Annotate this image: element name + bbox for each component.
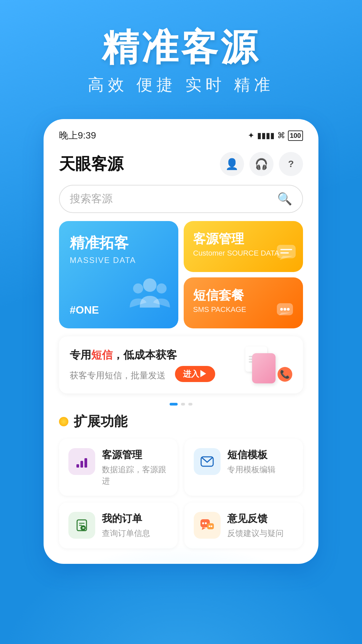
promo-banner[interactable]: 专用短信，低成本获客 获客专用短信，批量发送 进入▶ 📞 bbox=[59, 336, 303, 393]
svg-point-7 bbox=[280, 308, 283, 311]
cards-grid: 精准拓客 MASSIVE DATA #ONE bbox=[59, 221, 303, 328]
svg-point-1 bbox=[133, 283, 143, 293]
bluetooth-icon: ✦ bbox=[248, 131, 254, 140]
svg-point-2 bbox=[157, 283, 167, 293]
profile-icon: 👤 bbox=[225, 158, 239, 170]
sms-chat-icon bbox=[276, 301, 296, 323]
promo-main-text: 专用短信，低成本获客 bbox=[70, 348, 239, 363]
svg-point-22 bbox=[205, 522, 207, 524]
sms-phone-icon bbox=[252, 353, 276, 383]
signal-icon: ▮▮▮▮ bbox=[257, 131, 275, 140]
svg-rect-23 bbox=[207, 523, 214, 529]
card-blue-title: 精准拓客 bbox=[70, 233, 168, 253]
phone-card: 晚上9:39 ✦ ▮▮▮▮ ⌘ 100 天眼客源 👤 🎧 bbox=[44, 119, 318, 564]
search-bar[interactable]: 搜索客源 🔍 bbox=[59, 185, 303, 213]
ext-customer-name: 客源管理 bbox=[102, 448, 168, 462]
help-button[interactable]: ? bbox=[279, 152, 303, 176]
extensions-title: 扩展功能 bbox=[74, 412, 127, 431]
ext-feedback-desc: 反馈建议与疑问 bbox=[227, 528, 294, 539]
app-background: 精准客源 高效 便捷 实时 精准 晚上9:39 ✦ ▮▮▮▮ ⌘ 100 天眼客… bbox=[0, 0, 362, 644]
wifi-icon: ⌘ bbox=[277, 131, 285, 140]
dot-inactive-2 bbox=[188, 403, 192, 406]
ext-customer-text: 客源管理 数据追踪，客源跟进 bbox=[102, 448, 168, 486]
app-title: 天眼客源 bbox=[59, 153, 123, 175]
ext-sms-desc: 专用模板编辑 bbox=[227, 464, 294, 475]
card-precise-customer[interactable]: 精准拓客 MASSIVE DATA #ONE bbox=[59, 221, 178, 328]
carousel-dots bbox=[46, 403, 316, 406]
card-customer-management[interactable]: 客源管理 Customer SOURCE DATA bbox=[184, 221, 303, 272]
ext-sms-text: 短信模板 专用模板编辑 bbox=[227, 448, 294, 475]
svg-point-0 bbox=[143, 278, 157, 292]
status-icons: ✦ ▮▮▮▮ ⌘ 100 bbox=[248, 130, 303, 141]
ext-sms-icon bbox=[194, 448, 221, 475]
ext-customer-icon bbox=[68, 448, 95, 475]
hero-title: 精准客源 bbox=[20, 27, 342, 67]
search-icon[interactable]: 🔍 bbox=[277, 192, 292, 206]
dot-active bbox=[170, 403, 178, 406]
status-bar: 晚上9:39 ✦ ▮▮▮▮ ⌘ 100 bbox=[46, 121, 316, 145]
app-header: 天眼客源 👤 🎧 ? bbox=[46, 145, 316, 181]
header-icons: 👤 🎧 ? bbox=[220, 152, 303, 176]
svg-rect-10 bbox=[76, 464, 79, 468]
ext-feedback-icon bbox=[194, 512, 221, 539]
ext-sms-name: 短信模板 bbox=[227, 448, 294, 462]
svg-point-25 bbox=[211, 526, 213, 527]
promo-enter-button[interactable]: 进入▶ bbox=[175, 366, 215, 382]
extensions-dot bbox=[59, 417, 68, 426]
ext-customer-desc: 数据追踪，客源跟进 bbox=[102, 464, 168, 486]
dot-inactive-1 bbox=[181, 403, 185, 406]
card-blue-subtitle: MASSIVE DATA bbox=[70, 256, 168, 265]
promo-sub-text: 获客专用短信，批量发送 bbox=[70, 370, 166, 381]
extensions-header: 扩展功能 bbox=[59, 412, 303, 431]
ext-feedback-name: 意见反馈 bbox=[227, 512, 294, 526]
svg-point-24 bbox=[209, 526, 210, 527]
svg-rect-11 bbox=[80, 461, 83, 468]
svg-point-8 bbox=[284, 308, 286, 311]
search-placeholder: 搜索客源 bbox=[70, 192, 272, 206]
extensions-section: 扩展功能 客源管理 数据追踪，客源跟进 bbox=[59, 412, 303, 548]
ext-orders-icon bbox=[68, 512, 95, 539]
message-icon bbox=[276, 244, 296, 267]
ext-feedback-text: 意见反馈 反馈建议与疑问 bbox=[227, 512, 294, 539]
profile-button[interactable]: 👤 bbox=[220, 152, 244, 176]
headset-button[interactable]: 🎧 bbox=[249, 152, 274, 176]
promo-text: 专用短信，低成本获客 获客专用短信，批量发送 进入▶ bbox=[70, 348, 239, 382]
status-time: 晚上9:39 bbox=[59, 129, 96, 142]
ext-item-feedback[interactable]: 意见反馈 反馈建议与疑问 bbox=[184, 502, 303, 548]
people-icon bbox=[128, 275, 172, 322]
extensions-grid: 客源管理 数据追踪，客源跟进 短信模板 专用模板编辑 bbox=[59, 439, 303, 548]
ext-item-orders[interactable]: 我的订单 查询订单信息 bbox=[59, 502, 178, 548]
hero-section: 精准客源 高效 便捷 实时 精准 bbox=[0, 0, 362, 109]
headset-icon: 🎧 bbox=[255, 158, 268, 170]
promo-highlight: 短信 bbox=[91, 349, 113, 361]
card-sms-package[interactable]: 短信套餐 SMS PACKAGE bbox=[184, 277, 303, 328]
promo-illustration: 📞 bbox=[245, 346, 292, 383]
svg-point-21 bbox=[202, 522, 204, 524]
promo-text-before: 专用 bbox=[70, 349, 91, 361]
ext-orders-desc: 查询订单信息 bbox=[102, 528, 168, 539]
phone-call-icon: 📞 bbox=[278, 367, 292, 382]
promo-text-after: ，低成本获客 bbox=[113, 349, 177, 361]
help-icon: ? bbox=[288, 159, 294, 169]
ext-orders-text: 我的订单 查询订单信息 bbox=[102, 512, 168, 539]
hero-subtitle: 高效 便捷 实时 精准 bbox=[20, 74, 342, 96]
ext-item-sms-template[interactable]: 短信模板 专用模板编辑 bbox=[184, 439, 303, 496]
ext-item-customer-mgmt[interactable]: 客源管理 数据追踪，客源跟进 bbox=[59, 439, 178, 496]
svg-point-9 bbox=[287, 308, 290, 311]
battery-icon: 100 bbox=[288, 130, 303, 141]
svg-rect-12 bbox=[84, 458, 87, 468]
ext-orders-name: 我的订单 bbox=[102, 512, 168, 526]
